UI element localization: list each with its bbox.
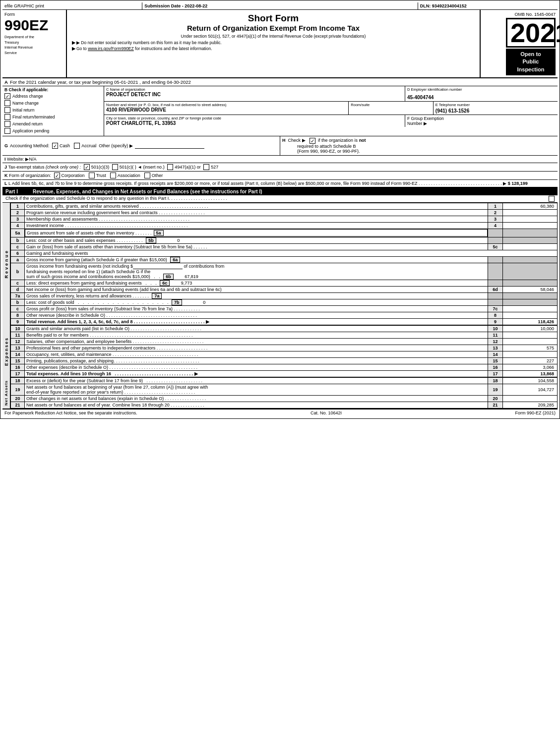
submission-date: Submission Date - 2022-08-22 bbox=[142, 2, 418, 9]
org-address: 4100 RIVERWOOD DRIVE bbox=[106, 107, 346, 113]
form-label: Form bbox=[4, 12, 64, 17]
section-h: H Check ▶ ✓ if the organization is not r… bbox=[280, 136, 558, 155]
check-address-change: ✓ Address change bbox=[4, 93, 102, 99]
expense-line-15: 15 Printing, publications, postage, and … bbox=[11, 358, 558, 364]
dept-info: Department of the Treasury Internal Reve… bbox=[4, 35, 64, 56]
expense-line-11: 11 Benefits paid to or for members . . .… bbox=[11, 332, 558, 339]
revenue-line-7c: c Gross profit or (loss) from sales of i… bbox=[11, 306, 558, 312]
city-label: City or town, state or province, country… bbox=[106, 116, 403, 120]
expense-line-16: 16 Other expenses (describe in Schedule … bbox=[11, 364, 558, 371]
revenue-line-2: 2 Program service revenue including gove… bbox=[11, 210, 558, 216]
net-assets-section-label: Net Assets bbox=[2, 377, 10, 408]
room-label: Room/suite bbox=[351, 103, 431, 107]
net-assets-line-19: 19 Net assets or fund balances at beginn… bbox=[11, 384, 558, 396]
section-b-label: B Check if applicable: bbox=[4, 87, 102, 92]
net-assets-line-21: 21 Net assets or fund balances at end of… bbox=[11, 402, 558, 408]
revenue-line-6d: d Net income or (loss) from gaming and f… bbox=[11, 287, 558, 293]
revenue-line-6c: c Less: direct expenses from gaming and … bbox=[11, 280, 558, 287]
org-phone: (941) 613-1526 bbox=[436, 108, 556, 114]
section-j: J Tax-exempt status (check only one) : ✓… bbox=[2, 163, 558, 172]
revenue-line-8: 8 Other revenue (describe in Schedule O)… bbox=[11, 312, 558, 319]
omb: OMB No. 1545-0047 bbox=[514, 12, 556, 17]
section-k: K Form of organization: ✓ Corporation Tr… bbox=[2, 172, 558, 180]
d-label: D Employer identification number bbox=[407, 87, 556, 92]
check-amended-return: Amended return bbox=[4, 121, 102, 127]
c-label: C Name of organization bbox=[106, 87, 403, 92]
part1-header: Part I Revenue, Expenses, and Changes in… bbox=[2, 188, 558, 195]
inst2: Go to www.irs.gov/Form990EZ for instruct… bbox=[76, 46, 212, 51]
revenue-line-6b: b Gross income from fundraising events (… bbox=[11, 263, 558, 280]
form-number: 990EZ bbox=[4, 18, 64, 33]
part1-check-row: Check if the organization used Schedule … bbox=[2, 195, 558, 203]
net-assets-line-20: 20 Other changes in net assets or fund b… bbox=[11, 396, 558, 402]
page-footer: For Paperwork Reduction Act Notice, see … bbox=[2, 408, 558, 416]
form-title-note: Under section 501(c), 527, or 4947(a)(1)… bbox=[72, 34, 475, 39]
check-name-change: Name change bbox=[4, 100, 102, 106]
org-name: PROJECT DETECT INC bbox=[106, 92, 403, 97]
inst1: ▶ Do not enter social security numbers o… bbox=[76, 40, 222, 45]
open-to-public: Open toPublicInspection bbox=[506, 49, 556, 75]
expense-line-17: 17 Total expenses. Add lines 10 through … bbox=[11, 371, 558, 377]
efile-label: efile GRAPHIC print bbox=[2, 2, 142, 9]
check-final-return: Final return/terminated bbox=[4, 114, 102, 120]
expense-line-14: 14 Occupancy, rent, utilities, and maint… bbox=[11, 351, 558, 358]
section-l: L L Add lines 5b, 6c, and 7b to line 9 t… bbox=[2, 180, 558, 188]
revenue-line-9: 9 Total revenue. Add lines 1, 2, 3, 4, 5… bbox=[11, 319, 558, 325]
dln: DLN: 93492234004152 bbox=[418, 2, 558, 9]
form-title-main: Short Form bbox=[72, 13, 475, 24]
expense-line-10: 10 Grants and similar amounts paid (list… bbox=[11, 326, 558, 332]
revenue-line-5a: 5a Gross amount from sale of assets othe… bbox=[11, 229, 558, 237]
address-label: Number and street (or P. O. box, if mail… bbox=[106, 103, 346, 107]
inst1-arrow: ▶ bbox=[72, 40, 75, 45]
revenue-line-5c: c Gain or (loss) from sale of assets oth… bbox=[11, 244, 558, 250]
phone-label: E Telephone number bbox=[436, 103, 556, 107]
year: 2021 bbox=[506, 18, 556, 48]
revenue-line-4: 4 Investment income . . . . . . . . . . … bbox=[11, 223, 558, 229]
revenue-line-5b: b Less: cost or other basis and sales ex… bbox=[11, 237, 558, 244]
section-i: I Website: ▶N/A bbox=[2, 156, 558, 163]
section-a-text: For the 2021 calendar year, or tax year … bbox=[10, 79, 191, 85]
f-label: F Group ExemptionNumber ▶ bbox=[407, 116, 556, 126]
check-initial-return: Initial return bbox=[4, 107, 102, 113]
inst2-arrow: ▶ bbox=[72, 46, 75, 51]
expenses-section-label: Expenses bbox=[2, 325, 10, 377]
org-ein: 45-4004744 bbox=[407, 95, 556, 100]
expense-line-12: 12 Salaries, other compensation, and emp… bbox=[11, 339, 558, 345]
revenue-line-6a: a Gross income from gaming (attach Sched… bbox=[11, 257, 558, 263]
expense-line-13: 13 Professional fees and other payments … bbox=[11, 345, 558, 351]
check-app-pending: Application pending bbox=[4, 128, 102, 134]
section-g: G Accounting Method: ✓ Cash Accrual Othe… bbox=[2, 136, 280, 155]
section-a-label: A bbox=[4, 79, 8, 85]
revenue-line-6: 6 Gaming and fundraising events bbox=[11, 250, 558, 257]
net-assets-line-18: 18 Excess or (deficit) for the year (Sub… bbox=[11, 378, 558, 384]
revenue-line-1: 1 Contributions, gifts, grants, and simi… bbox=[11, 203, 558, 210]
form-title-sub: Return of Organization Exempt From Incom… bbox=[72, 24, 475, 32]
revenue-section-label: Revenue bbox=[2, 203, 10, 325]
org-city: PORT CHARLOTTE, FL 33953 bbox=[106, 120, 403, 126]
revenue-line-3: 3 Membership dues and assessments . . . … bbox=[11, 216, 558, 223]
revenue-line-7b: b Less: cost of goods sold . . . . . . .… bbox=[11, 299, 558, 306]
revenue-line-7a: 7a Gross sales of inventory, less return… bbox=[11, 293, 558, 299]
